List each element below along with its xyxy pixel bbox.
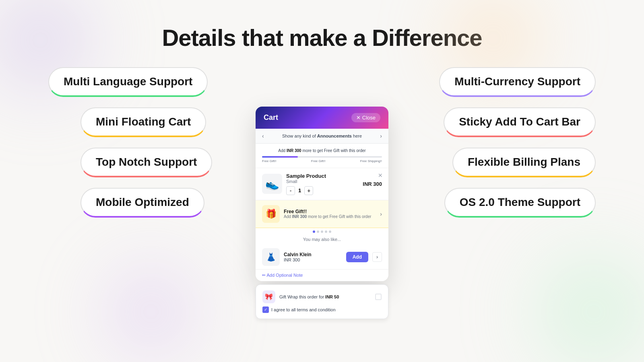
rec-details: Calvin Klein INR 300 xyxy=(284,252,342,262)
terms-label: I agree to all terms and condition xyxy=(271,307,336,312)
cart-header: Cart ✕ Close xyxy=(256,107,388,129)
feature-label: Mini Floating Cart xyxy=(96,115,191,128)
progress-message: Add INR 300 more to get Free Gift with t… xyxy=(262,148,382,153)
feature-label: OS 2.0 Theme Support xyxy=(460,196,580,209)
recommendation-dots xyxy=(256,228,388,235)
feature-pill-os-theme[interactable]: OS 2.0 Theme Support xyxy=(444,188,596,218)
recommendation-item: 👗 Calvin Klein INR 300 Add › xyxy=(256,245,388,269)
feature-pill-top-notch[interactable]: Top Notch Support xyxy=(80,148,212,177)
you-may-like: You may also like... xyxy=(256,235,388,245)
feature-pill-mini-floating[interactable]: Mini Floating Cart xyxy=(80,107,206,137)
item-price: INR 300 xyxy=(363,181,382,187)
feature-label: Mobile Optimized xyxy=(96,196,189,209)
qty-increase[interactable]: + xyxy=(304,186,313,195)
gift-wrap-row: 🎀 Gift Wrap this order for INR 50 xyxy=(262,290,382,303)
note-label: ✏ Add Optional Note xyxy=(262,273,303,278)
gift-wrap-checkbox[interactable] xyxy=(375,294,382,300)
content-area: Multi Language Support Mini Floating Car… xyxy=(0,63,644,362)
feature-label: Sticky Add To Cart Bar xyxy=(459,115,580,128)
progress-label-3: Free Shipping!! xyxy=(360,159,382,163)
feature-label: Multi Language Support xyxy=(64,75,192,88)
item-variant: Small xyxy=(286,179,359,184)
progress-labels: Free Gift!! Free Gift!! Free Shipping!! xyxy=(262,159,382,163)
free-gift-section: 🎁 Free Gift!! Add INR 300 more to get Fr… xyxy=(256,200,388,228)
feature-pill-multi-language[interactable]: Multi Language Support xyxy=(48,67,208,97)
rec-dot-3 xyxy=(321,230,323,233)
cart-bottom-bar: 🎀 Gift Wrap this order for INR 50 ✓ I ag… xyxy=(256,284,388,319)
note-section[interactable]: ✏ Add Optional Note xyxy=(256,269,388,281)
gift-name: Free Gift!! xyxy=(284,209,376,214)
cart-title: Cart xyxy=(264,113,278,122)
gift-details: Free Gift!! Add INR 300 more to get Free… xyxy=(284,209,376,219)
announcement-bar: ‹ Show any kind of Announcements here › xyxy=(256,129,388,144)
progress-section: Add INR 300 more to get Free Gift with t… xyxy=(256,144,388,168)
phone-mockup: Cart ✕ Close ‹ Show any kind of Announce… xyxy=(254,107,390,319)
feature-pill-flexible-billing[interactable]: Flexible Billing Plans xyxy=(452,148,596,177)
progress-bar-fill xyxy=(262,156,298,158)
qty-value: 1 xyxy=(298,187,301,193)
feature-pill-mobile-optimized[interactable]: Mobile Optimized xyxy=(80,188,204,218)
rec-dot-1 xyxy=(313,230,315,233)
terms-row: ✓ I agree to all terms and condition xyxy=(262,306,382,313)
terms-checkbox[interactable]: ✓ xyxy=(262,306,269,313)
rec-image: 👗 xyxy=(262,248,280,266)
feature-label: Top Notch Support xyxy=(96,156,197,169)
cart-modal: Cart ✕ Close ‹ Show any kind of Announce… xyxy=(256,107,388,281)
rec-dot-2 xyxy=(317,230,319,233)
cart-item: 👟 Sample Product Small - 1 + INR 300 ✕ xyxy=(256,168,388,200)
qty-controls: - 1 + xyxy=(286,186,359,195)
gift-desc: Add INR 300 more to get Free Gift with t… xyxy=(284,214,376,219)
rec-price: INR 300 xyxy=(284,257,342,262)
item-image: 👟 xyxy=(262,174,282,194)
announcement-next[interactable]: › xyxy=(380,133,382,139)
gift-image: 🎁 xyxy=(262,205,280,223)
feature-label: Flexible Billing Plans xyxy=(468,156,580,169)
rec-nav-arrow[interactable]: › xyxy=(372,252,382,262)
gift-arrow[interactable]: › xyxy=(380,211,382,217)
add-to-cart-button[interactable]: Add xyxy=(346,252,368,262)
page-title: Details that make a Difference xyxy=(162,24,482,51)
feature-pill-multi-currency[interactable]: Multi-Currency Support xyxy=(439,67,596,97)
rec-name: Calvin Klein xyxy=(284,252,342,257)
page-container: Details that make a Difference Multi Lan… xyxy=(0,0,644,362)
qty-decrease[interactable]: - xyxy=(286,186,295,195)
item-name: Sample Product xyxy=(286,173,359,179)
progress-label-2: Free Gift!! xyxy=(311,159,326,163)
feature-label: Multi-Currency Support xyxy=(454,75,580,88)
progress-bar-track xyxy=(262,156,382,158)
rec-dot-4 xyxy=(325,230,327,233)
announcement-text: Show any kind of Announcements here xyxy=(264,134,380,138)
gift-wrap-icon: 🎀 xyxy=(262,290,275,303)
feature-pill-sticky-cart[interactable]: Sticky Add To Cart Bar xyxy=(444,107,596,137)
progress-label-1: Free Gift!! xyxy=(262,159,277,163)
close-button[interactable]: ✕ Close xyxy=(351,113,380,122)
rec-dot-5 xyxy=(329,230,331,233)
progress-bar-container xyxy=(262,156,382,158)
item-remove[interactable]: ✕ xyxy=(378,172,383,179)
gift-wrap-text: Gift Wrap this order for INR 50 xyxy=(279,294,371,299)
item-details: Sample Product Small - 1 + xyxy=(286,173,359,195)
